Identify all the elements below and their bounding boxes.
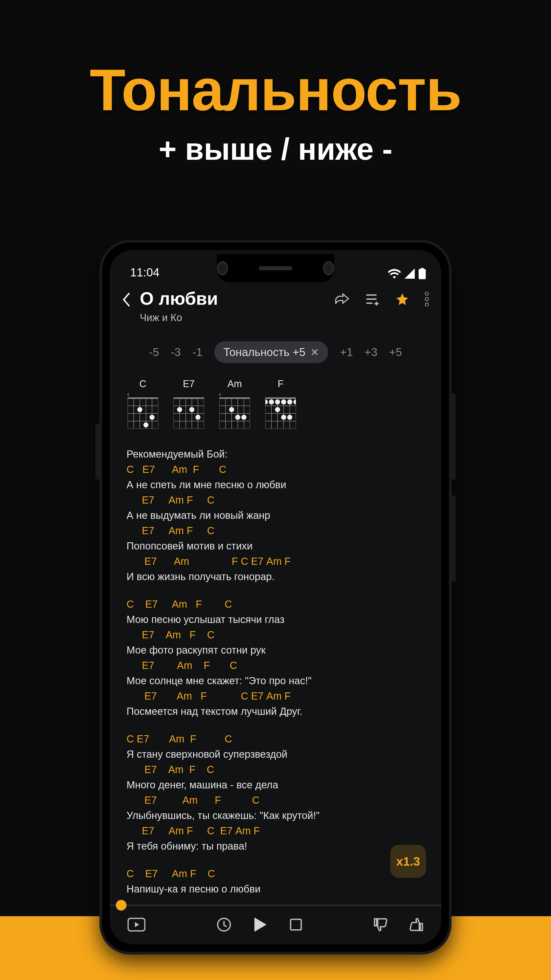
more-vert-icon [425,292,429,306]
lyric-line: Мое солнце мне скажет: "Это про нас!" [127,673,424,688]
history-button[interactable] [217,917,231,933]
app-header: О любви Чиж и Ко [110,281,441,323]
chord-name: F [265,379,296,390]
thumbs-down-button[interactable] [373,918,388,933]
chord-diagram[interactable]: Am × [219,379,250,431]
transpose-plus[interactable]: +5 [389,346,402,359]
transpose-chip[interactable]: Тональность +5 ✕ [214,341,329,363]
song-title: О любви [140,288,327,309]
promo-subtitle: + выше / ниже - [0,131,551,167]
transpose-plus[interactable]: +3 [365,346,377,359]
star-icon [395,292,410,306]
svg-point-64 [281,415,286,420]
phone-screen: 11:04 О любви Чиж и Ко [110,250,441,944]
chord-line: E7 Am F C [127,792,424,808]
play-button[interactable] [254,918,267,933]
chord-line: C E7 Am F C [127,462,424,477]
svg-point-0 [425,292,429,295]
lyric-line: Попопсовей мотив и стихи [127,538,424,554]
chord-line: E7 Am F C [127,492,424,508]
signal-icon [405,269,415,279]
lyric-line: А не спеть ли мне песню о любви [127,477,424,492]
svg-point-45 [235,415,240,420]
phone-notch [217,254,334,282]
svg-text:×: × [219,393,221,398]
lyric-line: Много денег, машина - все дела [127,777,424,792]
phone-side-button [451,495,456,582]
lyric-line: Я стану сверхновой суперзвездой [127,746,424,762]
svg-point-17 [149,415,155,420]
add-to-list-button[interactable] [365,293,380,307]
thumbs-up-button[interactable] [409,918,424,933]
lyric-line: Улыбнувшись, ты скажешь: "Как крутой!" [127,808,424,823]
stop-button[interactable] [289,918,302,932]
chord-line: E7 Am F C [127,627,424,642]
svg-point-61 [281,399,286,404]
close-icon[interactable]: ✕ [310,346,319,358]
share-button[interactable] [335,292,350,307]
svg-point-2 [425,303,429,306]
lyrics-body[interactable]: Рекомендуемый Бой: C E7 Am F CА не спеть… [110,436,441,897]
clock-icon [217,917,231,932]
chord-grid-icon: × [127,393,158,429]
svg-point-31 [195,415,200,420]
svg-point-62 [287,399,292,404]
thumbs-down-icon [373,918,388,932]
share-icon [335,292,350,306]
transpose-minus[interactable]: -5 [149,346,159,359]
svg-point-29 [177,407,182,412]
camera-icon [217,261,228,275]
transpose-minus[interactable]: -1 [192,346,203,359]
lyric-line: Посмеется над текстом лучший Друг. [127,703,424,719]
song-artist: Чиж и Ко [140,312,327,323]
svg-point-44 [229,407,234,412]
transpose-plus[interactable]: +1 [340,346,353,359]
chord-diagram[interactable]: C × [127,379,158,431]
strum-label: Рекомендуемый Бой: [127,446,424,462]
bottom-toolbar [110,906,441,944]
svg-rect-69 [291,919,301,930]
chord-diagram[interactable]: E7 [173,379,204,431]
svg-point-58 [265,399,268,404]
chord-name: C [127,379,158,390]
camera-icon [323,261,334,275]
back-button[interactable] [121,288,132,310]
phone-side-button [451,393,456,480]
svg-text:×: × [127,393,129,398]
chord-line: C E7 Am F C [127,731,424,746]
chord-line: C E7 Am F C [127,597,424,612]
svg-point-65 [287,415,292,420]
chord-grid-icon: × [219,393,250,429]
favorite-button[interactable] [395,292,410,307]
svg-point-63 [293,399,296,404]
svg-point-30 [189,407,194,412]
chord-name: E7 [173,379,204,390]
svg-point-59 [269,399,274,404]
chord-diagram-row: C × E7 Am × F [110,363,441,436]
play-icon [254,918,267,932]
video-button[interactable] [127,918,145,932]
lyric-line: Напишу-ка я песню о любви [127,881,424,897]
chord-line: E7 Am F C E7 Am F [127,688,424,703]
chord-grid-icon [265,393,296,429]
transpose-minus[interactable]: -3 [171,346,181,359]
chord-diagram[interactable]: F [265,379,296,431]
svg-point-16 [143,422,148,428]
more-button[interactable] [425,292,429,307]
autoscroll-speed[interactable]: x1.3 [390,845,426,878]
lyric-line: Я тебя обниму: ты права! [127,838,424,854]
transpose-row: -5 -3 -1 Тональность +5 ✕ +1 +3 +5 [110,341,441,363]
chord-line: E7 Am F C [127,762,424,777]
lyric-line: Мою песню услышат тысячи глаз [127,612,424,627]
chord-line: E7 Am F C [127,523,424,538]
lyric-line: И всю жизнь получать гонорар. [127,569,424,584]
phone-side-button [95,424,100,480]
speaker-icon [259,266,292,270]
svg-point-66 [275,407,280,412]
battery-icon [418,268,426,279]
playlist-add-icon [365,293,380,305]
promo-title: Тональность [0,0,551,124]
chord-grid-icon [173,393,204,429]
lyric-line: Мое фото раскупят сотни рук [127,642,424,658]
svg-point-1 [425,298,429,301]
